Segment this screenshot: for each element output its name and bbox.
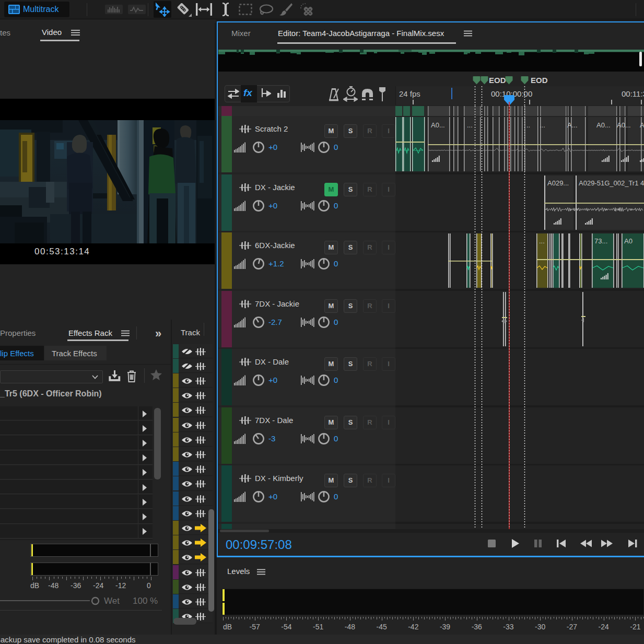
svg-text:A029-51G_002_Tr1 4: A029-51G_002_Tr1 4 (579, 179, 644, 187)
svg-text:...: ... (540, 121, 545, 129)
svg-text:A...: A... (567, 121, 578, 129)
svg-text:...: ... (539, 237, 545, 245)
svg-text:73...: 73... (594, 237, 607, 245)
svg-text:..: .. (526, 121, 530, 129)
svg-text:A0: A0 (640, 121, 644, 129)
svg-text:A0...: A0... (431, 121, 445, 129)
svg-text:A0...: A0... (596, 121, 611, 129)
svg-text:...: ... (467, 121, 473, 129)
svg-text:A0...: A0... (617, 121, 631, 129)
svg-text:A029...: A029... (547, 179, 569, 187)
svg-text:A0: A0 (624, 237, 633, 245)
